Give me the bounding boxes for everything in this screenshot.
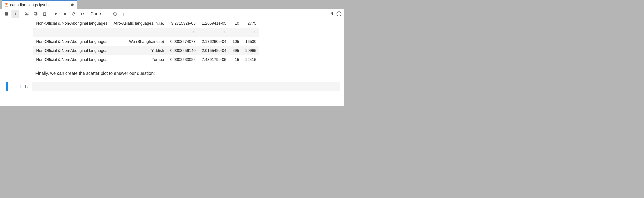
table-cell: Non-Official & Non-Aboriginal languages xyxy=(33,55,110,64)
svg-rect-7 xyxy=(64,13,66,15)
table-cell: Yoruba xyxy=(110,55,167,64)
table-cell: 2.176280e-04 xyxy=(199,37,229,46)
table-cell: 20985 xyxy=(242,46,259,55)
notebook-toolbar: Code git R xyxy=(0,9,344,19)
command-history-button[interactable] xyxy=(111,10,119,18)
table-cell: 0.0003674073 xyxy=(167,37,199,46)
interrupt-button[interactable] xyxy=(61,10,69,18)
code-input-area[interactable] xyxy=(32,82,340,91)
svg-rect-3 xyxy=(35,13,37,15)
ellipsis-cell: ⋮ xyxy=(242,28,259,37)
insert-cell-button[interactable] xyxy=(12,10,20,18)
tab-title: canadian_langs.ipynb xyxy=(10,3,69,7)
table-cell: 1.265941e-05 xyxy=(199,19,229,28)
cell-type-label: Code xyxy=(90,11,101,16)
restart-run-all-button[interactable] xyxy=(78,10,86,18)
table-row: Non-Official & Non-Aboriginal languagesW… xyxy=(33,37,259,46)
kernel-name[interactable]: R xyxy=(330,11,334,16)
table-cell: Wu (Shanghainese) xyxy=(110,37,167,46)
code-cell[interactable]: [ ]: xyxy=(0,82,344,91)
notebook-tab[interactable]: canadian_langs.ipynb xyxy=(2,0,77,9)
ellipsis-cell: ⋮ xyxy=(229,28,242,37)
svg-point-2 xyxy=(27,14,28,15)
table-cell: 10 xyxy=(229,19,242,28)
git-label[interactable]: git xyxy=(123,11,128,16)
table-cell: 0.0002583088 xyxy=(167,55,199,64)
table-cell: Non-Official & Non-Aboriginal languages xyxy=(33,37,110,46)
toolbar-right: R xyxy=(330,11,342,16)
markdown-paragraph: Finally, we can create the scatter plot … xyxy=(35,71,344,76)
kernel-status-icon[interactable] xyxy=(336,11,342,16)
notebook-body: Non-Official & Non-Aboriginal languagesA… xyxy=(0,19,344,105)
table-cell: 895 xyxy=(229,46,242,55)
table-cell: 22415 xyxy=(242,55,259,64)
notebook-icon xyxy=(4,3,8,7)
table-cell: 15 xyxy=(229,55,242,64)
table-cell: Afro-Asiatic languages, n.i.e. xyxy=(110,19,167,28)
restart-kernel-button[interactable] xyxy=(70,10,78,18)
svg-rect-4 xyxy=(34,12,36,14)
table-row: Non-Official & Non-Aboriginal languagesA… xyxy=(33,19,259,28)
ellipsis-cell: ⋮ xyxy=(33,28,110,37)
table-cell: 16530 xyxy=(242,37,259,46)
save-button[interactable] xyxy=(3,10,10,18)
table-cell: 2.015548e-04 xyxy=(199,46,229,55)
ellipsis-cell: ⋮ xyxy=(110,28,167,37)
paste-button[interactable] xyxy=(40,10,48,18)
table-cell: Non-Official & Non-Aboriginal languages xyxy=(33,19,110,28)
copy-button[interactable] xyxy=(32,10,40,18)
run-button[interactable] xyxy=(52,10,60,18)
table-cell: Non-Official & Non-Aboriginal languages xyxy=(33,46,110,55)
tab-bar: canadian_langs.ipynb xyxy=(0,0,344,9)
output-dataframe: Non-Official & Non-Aboriginal languagesA… xyxy=(33,19,259,64)
cell-active-indicator xyxy=(6,82,8,91)
table-cell: 3.271532e-05 xyxy=(167,19,199,28)
table-row: Non-Official & Non-Aboriginal languagesY… xyxy=(33,55,259,64)
table-cell: 105 xyxy=(229,37,242,46)
ellipsis-cell: ⋮ xyxy=(199,28,229,37)
table-cell: 0.0003856140 xyxy=(167,46,199,55)
cell-prompt: [ ]: xyxy=(8,82,32,91)
table-row: Non-Official & Non-Aboriginal languagesY… xyxy=(33,46,259,55)
unsaved-indicator-icon xyxy=(71,3,74,6)
table-row: ⋮⋮⋮⋮⋮⋮ xyxy=(33,28,259,37)
table-cell: Yiddish xyxy=(110,46,167,55)
table-cell: 2775 xyxy=(242,19,259,28)
cell-type-selector[interactable]: Code xyxy=(88,10,110,17)
ellipsis-cell: ⋮ xyxy=(167,28,199,37)
table-cell: 7.439179e-05 xyxy=(199,55,229,64)
cut-button[interactable] xyxy=(23,10,31,18)
svg-point-1 xyxy=(25,14,26,15)
chevron-down-icon xyxy=(105,11,108,16)
